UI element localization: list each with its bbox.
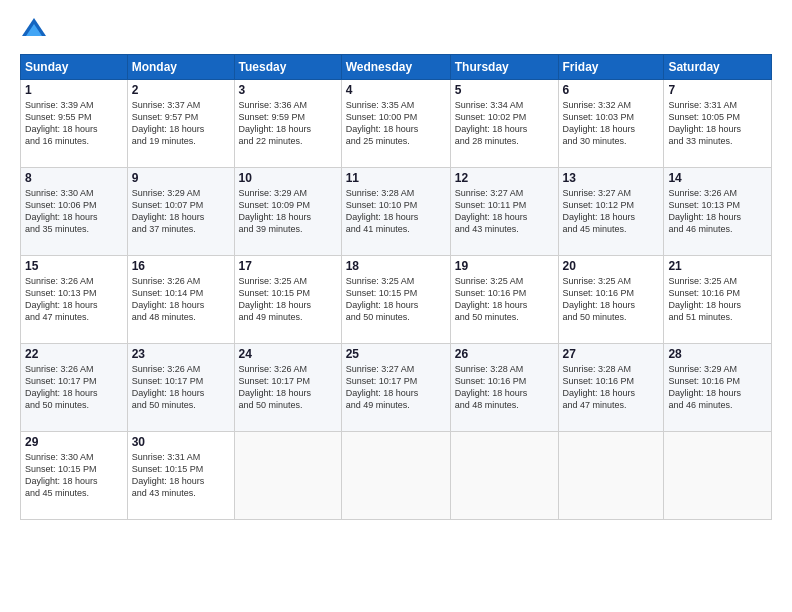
calendar-cell: 7Sunrise: 3:31 AMSunset: 10:05 PMDayligh… [664,80,772,168]
weekday-header-thursday: Thursday [450,55,558,80]
day-detail: Sunrise: 3:31 AMSunset: 10:05 PMDaylight… [668,99,767,148]
calendar-cell: 18Sunrise: 3:25 AMSunset: 10:15 PMDaylig… [341,256,450,344]
day-number: 24 [239,347,337,361]
day-number: 22 [25,347,123,361]
day-number: 19 [455,259,554,273]
day-detail: Sunrise: 3:34 AMSunset: 10:02 PMDaylight… [455,99,554,148]
day-number: 14 [668,171,767,185]
calendar-cell: 1Sunrise: 3:39 AMSunset: 9:55 PMDaylight… [21,80,128,168]
calendar-cell: 19Sunrise: 3:25 AMSunset: 10:16 PMDaylig… [450,256,558,344]
day-number: 18 [346,259,446,273]
day-detail: Sunrise: 3:39 AMSunset: 9:55 PMDaylight:… [25,99,123,148]
page: SundayMondayTuesdayWednesdayThursdayFrid… [0,0,792,612]
day-detail: Sunrise: 3:30 AMSunset: 10:06 PMDaylight… [25,187,123,236]
weekday-header-friday: Friday [558,55,664,80]
logo [20,16,52,44]
calendar-cell: 28Sunrise: 3:29 AMSunset: 10:16 PMDaylig… [664,344,772,432]
day-detail: Sunrise: 3:37 AMSunset: 9:57 PMDaylight:… [132,99,230,148]
calendar-cell: 25Sunrise: 3:27 AMSunset: 10:17 PMDaylig… [341,344,450,432]
calendar-cell: 29Sunrise: 3:30 AMSunset: 10:15 PMDaylig… [21,432,128,520]
weekday-header-sunday: Sunday [21,55,128,80]
calendar-cell: 12Sunrise: 3:27 AMSunset: 10:11 PMDaylig… [450,168,558,256]
calendar-table: SundayMondayTuesdayWednesdayThursdayFrid… [20,54,772,520]
day-detail: Sunrise: 3:36 AMSunset: 9:59 PMDaylight:… [239,99,337,148]
calendar-cell [450,432,558,520]
calendar-cell: 26Sunrise: 3:28 AMSunset: 10:16 PMDaylig… [450,344,558,432]
calendar-cell: 13Sunrise: 3:27 AMSunset: 10:12 PMDaylig… [558,168,664,256]
day-number: 1 [25,83,123,97]
day-detail: Sunrise: 3:25 AMSunset: 10:16 PMDaylight… [668,275,767,324]
calendar-cell: 4Sunrise: 3:35 AMSunset: 10:00 PMDayligh… [341,80,450,168]
day-detail: Sunrise: 3:26 AMSunset: 10:17 PMDaylight… [132,363,230,412]
day-detail: Sunrise: 3:31 AMSunset: 10:15 PMDaylight… [132,451,230,500]
calendar-cell [664,432,772,520]
day-number: 13 [563,171,660,185]
day-number: 20 [563,259,660,273]
calendar-week-1: 1Sunrise: 3:39 AMSunset: 9:55 PMDaylight… [21,80,772,168]
day-detail: Sunrise: 3:30 AMSunset: 10:15 PMDaylight… [25,451,123,500]
header [20,16,772,44]
weekday-header-monday: Monday [127,55,234,80]
logo-icon [20,16,48,44]
calendar-cell: 16Sunrise: 3:26 AMSunset: 10:14 PMDaylig… [127,256,234,344]
day-detail: Sunrise: 3:25 AMSunset: 10:15 PMDaylight… [346,275,446,324]
day-number: 9 [132,171,230,185]
calendar-cell: 9Sunrise: 3:29 AMSunset: 10:07 PMDayligh… [127,168,234,256]
day-number: 6 [563,83,660,97]
calendar-cell: 6Sunrise: 3:32 AMSunset: 10:03 PMDayligh… [558,80,664,168]
day-number: 17 [239,259,337,273]
calendar-cell [558,432,664,520]
day-detail: Sunrise: 3:28 AMSunset: 10:16 PMDaylight… [455,363,554,412]
calendar-cell: 27Sunrise: 3:28 AMSunset: 10:16 PMDaylig… [558,344,664,432]
day-number: 23 [132,347,230,361]
weekday-header-wednesday: Wednesday [341,55,450,80]
calendar-cell: 10Sunrise: 3:29 AMSunset: 10:09 PMDaylig… [234,168,341,256]
day-detail: Sunrise: 3:25 AMSunset: 10:16 PMDaylight… [563,275,660,324]
calendar-cell: 21Sunrise: 3:25 AMSunset: 10:16 PMDaylig… [664,256,772,344]
day-detail: Sunrise: 3:29 AMSunset: 10:09 PMDaylight… [239,187,337,236]
day-number: 25 [346,347,446,361]
calendar-cell: 20Sunrise: 3:25 AMSunset: 10:16 PMDaylig… [558,256,664,344]
calendar-week-4: 22Sunrise: 3:26 AMSunset: 10:17 PMDaylig… [21,344,772,432]
calendar-cell: 2Sunrise: 3:37 AMSunset: 9:57 PMDaylight… [127,80,234,168]
day-detail: Sunrise: 3:28 AMSunset: 10:16 PMDaylight… [563,363,660,412]
day-detail: Sunrise: 3:26 AMSunset: 10:13 PMDaylight… [668,187,767,236]
day-detail: Sunrise: 3:28 AMSunset: 10:10 PMDaylight… [346,187,446,236]
day-detail: Sunrise: 3:27 AMSunset: 10:12 PMDaylight… [563,187,660,236]
day-detail: Sunrise: 3:26 AMSunset: 10:17 PMDaylight… [25,363,123,412]
day-detail: Sunrise: 3:32 AMSunset: 10:03 PMDaylight… [563,99,660,148]
day-number: 28 [668,347,767,361]
day-number: 21 [668,259,767,273]
calendar-cell [234,432,341,520]
day-number: 2 [132,83,230,97]
calendar-cell: 3Sunrise: 3:36 AMSunset: 9:59 PMDaylight… [234,80,341,168]
weekday-header-row: SundayMondayTuesdayWednesdayThursdayFrid… [21,55,772,80]
day-number: 7 [668,83,767,97]
calendar-cell: 22Sunrise: 3:26 AMSunset: 10:17 PMDaylig… [21,344,128,432]
weekday-header-tuesday: Tuesday [234,55,341,80]
day-number: 11 [346,171,446,185]
day-detail: Sunrise: 3:26 AMSunset: 10:17 PMDaylight… [239,363,337,412]
calendar-cell: 24Sunrise: 3:26 AMSunset: 10:17 PMDaylig… [234,344,341,432]
day-detail: Sunrise: 3:27 AMSunset: 10:11 PMDaylight… [455,187,554,236]
day-detail: Sunrise: 3:25 AMSunset: 10:15 PMDaylight… [239,275,337,324]
day-number: 15 [25,259,123,273]
day-number: 4 [346,83,446,97]
day-detail: Sunrise: 3:29 AMSunset: 10:16 PMDaylight… [668,363,767,412]
calendar-cell: 8Sunrise: 3:30 AMSunset: 10:06 PMDayligh… [21,168,128,256]
calendar-cell: 23Sunrise: 3:26 AMSunset: 10:17 PMDaylig… [127,344,234,432]
calendar-week-3: 15Sunrise: 3:26 AMSunset: 10:13 PMDaylig… [21,256,772,344]
day-number: 27 [563,347,660,361]
day-number: 3 [239,83,337,97]
day-detail: Sunrise: 3:29 AMSunset: 10:07 PMDaylight… [132,187,230,236]
day-detail: Sunrise: 3:26 AMSunset: 10:13 PMDaylight… [25,275,123,324]
day-number: 5 [455,83,554,97]
calendar-cell [341,432,450,520]
calendar-cell: 30Sunrise: 3:31 AMSunset: 10:15 PMDaylig… [127,432,234,520]
day-detail: Sunrise: 3:26 AMSunset: 10:14 PMDaylight… [132,275,230,324]
day-number: 8 [25,171,123,185]
weekday-header-saturday: Saturday [664,55,772,80]
day-number: 29 [25,435,123,449]
calendar-week-2: 8Sunrise: 3:30 AMSunset: 10:06 PMDayligh… [21,168,772,256]
day-number: 12 [455,171,554,185]
